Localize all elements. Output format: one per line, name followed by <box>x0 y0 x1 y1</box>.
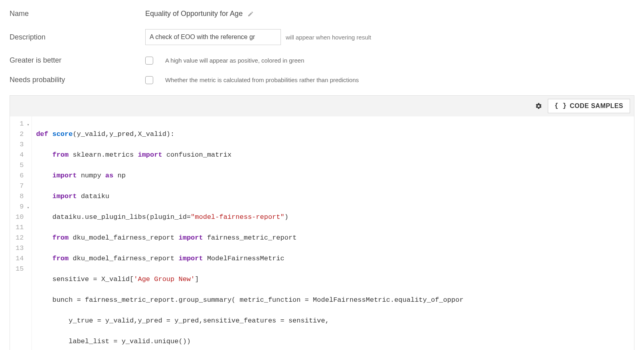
gutter: 123456789101112131415 <box>10 116 32 350</box>
code-editor[interactable]: 123456789101112131415 def score(y_valid,… <box>10 116 634 350</box>
name-value: Equality of Opportunity for Age <box>145 10 243 18</box>
description-label: Description <box>10 33 145 41</box>
braces-icon: { } <box>555 102 567 110</box>
greater-is-better-label: Greater is better <box>10 56 145 65</box>
needs-probability-checkbox[interactable] <box>145 76 153 84</box>
description-hint: will appear when hovering result <box>286 34 371 41</box>
editor-toolbar: { } CODE SAMPLES <box>10 96 634 116</box>
code-editor-panel: { } CODE SAMPLES 123456789101112131415 d… <box>10 95 634 350</box>
needs-probability-hint: Whether the metric is calculated from pr… <box>165 77 359 83</box>
edit-icon[interactable] <box>247 11 254 17</box>
code-samples-button[interactable]: { } CODE SAMPLES <box>548 99 630 113</box>
code-samples-label: CODE SAMPLES <box>570 102 623 110</box>
gear-icon[interactable] <box>535 102 542 110</box>
greater-is-better-checkbox[interactable] <box>145 57 153 65</box>
needs-probability-label: Needs probability <box>10 76 145 84</box>
greater-is-better-hint: A high value will appear as positive, co… <box>165 57 304 64</box>
description-input[interactable] <box>145 29 281 45</box>
code-body[interactable]: def score(y_valid,y_pred,X_valid): from … <box>32 116 634 350</box>
name-label: Name <box>10 10 145 18</box>
